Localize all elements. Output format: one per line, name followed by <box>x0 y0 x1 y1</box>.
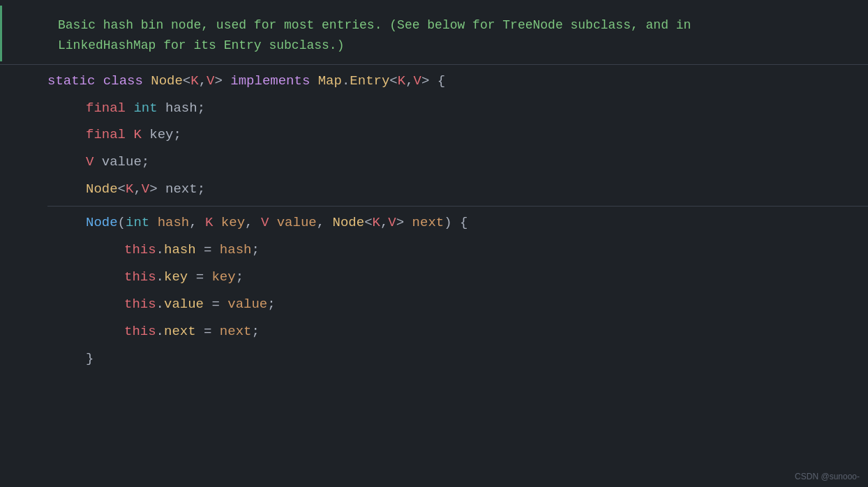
token: value <box>164 291 204 318</box>
code-area: static class Node<K,V> implements Map.En… <box>0 68 868 373</box>
token: Node <box>333 209 365 237</box>
token: > <box>149 176 165 203</box>
code-line-class-decl: static class Node<K,V> implements Map.En… <box>47 68 868 95</box>
code-line-field-next: Node<K,V> next; <box>47 176 868 203</box>
code-line-field-hash: final int hash; <box>47 95 868 122</box>
token: key <box>164 264 188 291</box>
token: value <box>102 149 142 176</box>
token: hash <box>164 237 196 264</box>
token: hash <box>220 237 252 264</box>
token: Map <box>318 68 342 95</box>
code-lines: static class Node<K,V> implements Map.En… <box>47 68 868 373</box>
token: ; <box>251 318 259 345</box>
token: class <box>103 68 151 95</box>
token: < <box>183 68 190 95</box>
token: hash <box>158 209 190 237</box>
token: int <box>133 95 165 122</box>
token: this <box>124 237 156 264</box>
token: ; <box>251 237 259 264</box>
token: K <box>126 176 133 203</box>
token: next <box>165 176 197 203</box>
token: . <box>156 264 164 291</box>
code-line-assign-next: this.next = next; <box>47 318 868 345</box>
token: Node <box>86 209 118 237</box>
token: , <box>199 68 207 95</box>
token: ; <box>173 121 181 149</box>
token: > { <box>421 68 445 95</box>
token: key <box>149 121 173 149</box>
token: V <box>142 176 149 203</box>
token: V <box>388 209 396 237</box>
token: , <box>380 209 388 237</box>
token: , <box>405 68 413 95</box>
token: value <box>227 291 267 318</box>
token: final <box>86 95 133 122</box>
token: this <box>124 318 156 345</box>
code-line-field-key: final K key; <box>47 121 868 149</box>
token: next <box>220 318 252 345</box>
token: V <box>207 68 214 95</box>
token: ; <box>197 176 205 203</box>
token: next <box>412 209 444 237</box>
token: next <box>164 318 196 345</box>
token: . <box>342 68 350 95</box>
token: key <box>221 209 245 237</box>
code-line-assign-value: this.value = value; <box>47 291 868 318</box>
token: Node <box>86 176 118 203</box>
token: V <box>86 149 102 176</box>
token: . <box>156 291 164 318</box>
token: K <box>373 209 380 237</box>
token: ; <box>236 264 244 291</box>
token: K <box>133 121 149 149</box>
token: , <box>317 209 333 237</box>
token: final <box>86 121 133 149</box>
token: int <box>126 209 158 237</box>
comment-line-1: Basic hash bin node, used for most entri… <box>58 15 854 36</box>
token: value <box>277 209 317 237</box>
token: > <box>396 209 412 237</box>
watermark: CSDN @sunooo- <box>795 472 860 481</box>
token: static <box>47 68 103 95</box>
token: hash <box>165 95 197 122</box>
token: this <box>124 264 156 291</box>
token: < <box>364 209 372 237</box>
code-line-field-value: V value; <box>47 149 868 176</box>
token: Entry <box>350 68 389 95</box>
token: Node <box>151 68 183 95</box>
comment-line-2: LinkedHashMap for its Entry subclass.) <box>58 36 854 56</box>
token: ; <box>267 291 275 318</box>
token: key <box>211 264 235 291</box>
token: implements <box>230 68 317 95</box>
token: = <box>196 237 220 264</box>
code-editor: Basic hash bin node, used for most entri… <box>0 0 868 487</box>
token: > <box>214 68 230 95</box>
token: = <box>204 291 227 318</box>
token: < <box>118 176 126 203</box>
token: < <box>389 68 397 95</box>
code-line-assign-key: this.key = key; <box>47 264 868 291</box>
token: K <box>205 209 221 237</box>
token: = <box>196 318 220 345</box>
code-line-constructor-close: } <box>47 345 868 373</box>
token: V <box>261 209 277 237</box>
token: ; <box>142 149 149 176</box>
token: } <box>86 345 93 373</box>
token: , <box>189 209 205 237</box>
token: . <box>156 318 164 345</box>
token: this <box>124 291 156 318</box>
token: K <box>398 68 405 95</box>
token: ( <box>118 209 126 237</box>
token: . <box>156 237 164 264</box>
token: ) { <box>444 209 467 237</box>
token: ; <box>197 95 205 122</box>
comment-block: Basic hash bin node, used for most entri… <box>0 6 868 61</box>
token: , <box>133 176 141 203</box>
token: = <box>188 264 211 291</box>
code-line-constructor-decl: Node(int hash, K key, V value, Node<K,V>… <box>47 209 868 237</box>
token: V <box>414 68 421 95</box>
token: K <box>190 68 198 95</box>
code-line-assign-hash: this.hash = hash; <box>47 237 868 264</box>
token: , <box>245 209 261 237</box>
